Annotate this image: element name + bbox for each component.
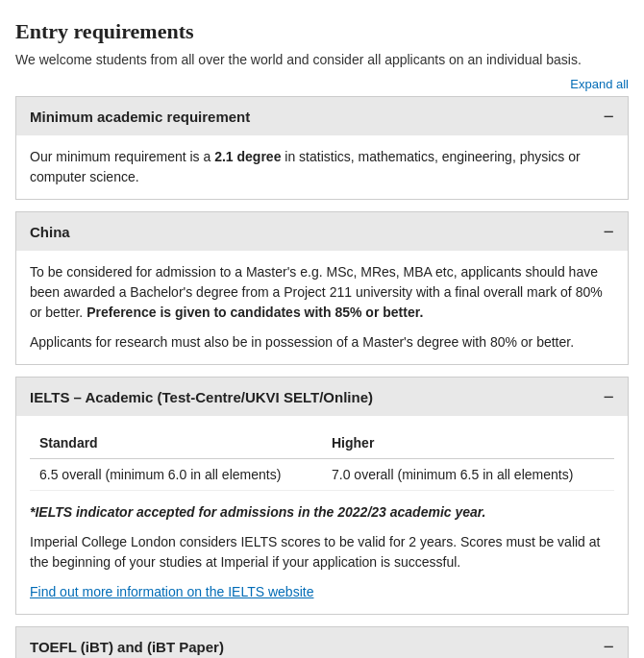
section-china-body: To be considered for admission to a Mast… bbox=[16, 251, 628, 364]
section-china-title: China bbox=[30, 224, 70, 240]
ielts-standard-value: 6.5 overall (minimum 6.0 in all elements… bbox=[30, 459, 322, 491]
ielts-higher-value: 7.0 overall (minimum 6.5 in all elements… bbox=[322, 459, 614, 491]
china-para1-bold: Preference is given to candidates with 8… bbox=[83, 305, 423, 320]
section-toefl-header[interactable]: TOEFL (iBT) and (iBT Paper) − bbox=[16, 627, 628, 658]
ielts-col-higher: Higher bbox=[322, 427, 614, 459]
section-minimum-academic-title: Minimum academic requirement bbox=[30, 109, 250, 125]
section-ielts-body: Standard Higher 6.5 overall (minimum 6.0… bbox=[16, 416, 628, 614]
ielts-table-row: 6.5 overall (minimum 6.0 in all elements… bbox=[30, 459, 614, 491]
intro-text: We welcome students from all over the wo… bbox=[15, 52, 629, 67]
section-toefl-toggle: − bbox=[604, 637, 614, 656]
minimum-academic-degree: 2.1 degree bbox=[214, 149, 281, 164]
section-toefl: TOEFL (iBT) and (iBT Paper) − Standard H… bbox=[15, 626, 629, 658]
china-para2: Applicants for research must also be in … bbox=[30, 332, 614, 353]
page-wrapper: Entry requirements We welcome students f… bbox=[0, 0, 644, 658]
section-minimum-academic-body: Our minimum requirement is a 2.1 degree … bbox=[16, 135, 628, 199]
ielts-table: Standard Higher 6.5 overall (minimum 6.0… bbox=[30, 427, 614, 491]
section-ielts-toggle: − bbox=[604, 387, 614, 406]
section-minimum-academic-toggle: − bbox=[604, 107, 614, 126]
section-ielts: IELTS – Academic (Test-Centre/UKVI SELT/… bbox=[15, 377, 629, 615]
expand-all-link[interactable]: Expand all bbox=[570, 77, 629, 91]
section-ielts-title: IELTS – Academic (Test-Centre/UKVI SELT/… bbox=[30, 389, 373, 405]
section-china-toggle: − bbox=[604, 222, 614, 241]
ielts-website-link[interactable]: Find out more information on the IELTS w… bbox=[30, 584, 313, 599]
china-para1: To be considered for admission to a Mast… bbox=[30, 262, 614, 323]
ielts-col-standard: Standard bbox=[30, 427, 322, 459]
minimum-academic-text-before: Our minimum requirement is a bbox=[30, 149, 214, 164]
page-title: Entry requirements bbox=[15, 19, 629, 44]
minimum-academic-text: Our minimum requirement is a 2.1 degree … bbox=[30, 147, 614, 187]
section-ielts-header[interactable]: IELTS – Academic (Test-Centre/UKVI SELT/… bbox=[16, 378, 628, 416]
ielts-link-para: Find out more information on the IELTS w… bbox=[30, 582, 614, 602]
ielts-para: Imperial College London considers IELTS … bbox=[30, 532, 614, 573]
section-minimum-academic-header[interactable]: Minimum academic requirement − bbox=[16, 97, 628, 135]
section-china-header[interactable]: China − bbox=[16, 212, 628, 251]
section-china: China − To be considered for admission t… bbox=[15, 211, 629, 365]
section-minimum-academic: Minimum academic requirement − Our minim… bbox=[15, 96, 629, 200]
ielts-note-text: *IELTS indicator accepted for admissions… bbox=[30, 502, 614, 523]
ielts-table-header-row: Standard Higher bbox=[30, 427, 614, 459]
section-toefl-title: TOEFL (iBT) and (iBT Paper) bbox=[30, 639, 224, 655]
expand-all-row: Expand all bbox=[15, 77, 629, 92]
ielts-note: *IELTS indicator accepted for admissions… bbox=[30, 502, 614, 523]
